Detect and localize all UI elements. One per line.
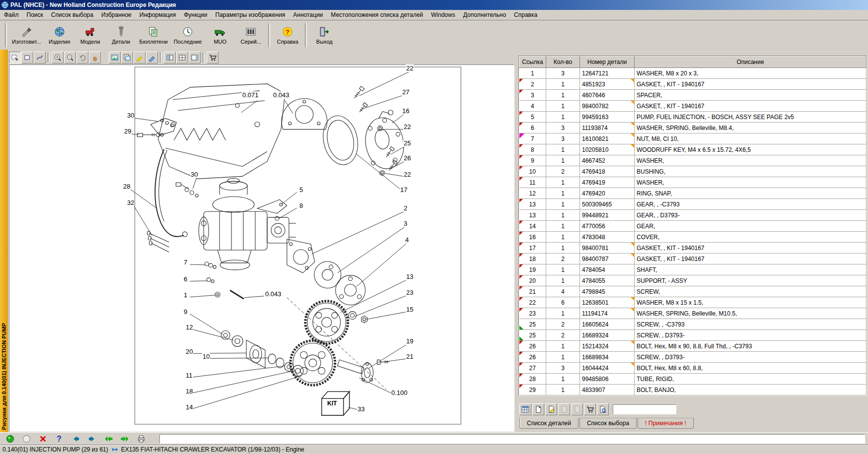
part-row[interactable]: 914667452WASHER, — [519, 155, 867, 166]
tab-pick-list[interactable]: Список выбора — [579, 418, 637, 429]
part-row[interactable]: 214851923GASKET, , KIT - 1940167 — [519, 79, 867, 90]
cart-add-button[interactable] — [584, 403, 596, 415]
part-row[interactable]: 26116689834SCREW, , D3793- — [519, 352, 867, 363]
part-row[interactable]: 4198400782GASKET, , KIT - 1940167 — [519, 101, 867, 112]
part-row[interactable]: 5199459163PUMP, FUEL INJECTION, - BOSCH,… — [519, 112, 867, 123]
cart-button[interactable] — [207, 52, 218, 64]
part-row[interactable]: 1414770056GEAR, — [519, 221, 867, 232]
part-row[interactable]: 1214769420RING, SNAP, — [519, 188, 867, 199]
diagram-callout[interactable]: 0.043 — [273, 91, 290, 99]
menu-parts-locations[interactable]: Местоположения списка деталей — [327, 10, 427, 19]
part-row[interactable]: 1114769419WASHER, — [519, 177, 867, 188]
part-row[interactable]: 25216605624SCREW, , -C3793 — [519, 319, 867, 330]
diagram-callout[interactable]: 20 — [185, 348, 193, 355]
diagram-callout[interactable]: 16 — [402, 107, 410, 115]
part-row[interactable]: 6311193874WASHER, SPRING, Belleville, M8… — [519, 123, 867, 133]
diagram-callout[interactable]: 30 — [127, 112, 135, 119]
diagram-callout[interactable]: 0.071 — [242, 91, 259, 99]
part-row[interactable]: 25216689324SCREW, , D3793- — [519, 330, 867, 341]
marker-tool-button[interactable] — [134, 52, 145, 64]
part-row[interactable]: 23111194174WASHER, SPRING, Belleville, M… — [519, 308, 867, 319]
nav-command-field[interactable] — [159, 434, 865, 444]
part-row[interactable]: 18298400787GASKET, , KIT - 1940167 — [519, 254, 867, 264]
exit-button[interactable]: Выход — [309, 21, 339, 50]
diagram-callout[interactable]: 22 — [406, 65, 414, 72]
menu-windows[interactable]: Windows — [427, 10, 459, 19]
undo-view-button[interactable] — [76, 52, 88, 64]
menu-image-options[interactable]: Параметры изображения — [212, 10, 289, 19]
diagram-callout[interactable]: 22 — [403, 123, 411, 130]
part-row[interactable]: 314607646SPACER, — [519, 90, 867, 101]
copy-image-button[interactable] — [121, 52, 133, 64]
diagram-callout[interactable]: 9 — [183, 308, 188, 316]
menu-favorites[interactable]: Избранное — [97, 10, 136, 19]
diagram-callout[interactable]: 14 — [185, 403, 193, 411]
part-row[interactable]: 13199448921GEAR, , D3793- — [519, 210, 867, 221]
diagram-callout[interactable]: 5 — [299, 186, 303, 194]
diagram-callout[interactable]: 32 — [127, 199, 135, 206]
next-page-button[interactable] — [87, 434, 97, 444]
part-row[interactable]: 28199485806TUBE, RIGID, — [519, 374, 867, 385]
menu-search[interactable]: Поиск — [23, 10, 47, 19]
diagram-callout[interactable]: 26 — [403, 154, 411, 162]
parts-button[interactable]: Детали — [106, 21, 136, 50]
manufacturers-button[interactable]: Изготовит... — [9, 21, 44, 50]
zoom-actual-button[interactable] — [21, 52, 33, 64]
cancel-button[interactable] — [38, 434, 48, 444]
part-row[interactable]: 2144798845SCREW, — [519, 286, 867, 297]
part-row[interactable]: 1914784054SHAFT, — [519, 264, 867, 275]
diagram-callout[interactable]: 23 — [406, 289, 414, 296]
models-button[interactable]: Модели — [75, 21, 105, 50]
diagram-callout[interactable]: 11 — [185, 372, 193, 379]
parts-filter-input[interactable] — [613, 404, 676, 414]
part-row[interactable]: 17198400781GASKET, , KIT - 1940167 — [519, 243, 867, 254]
help-button[interactable]: ? Справка — [273, 21, 302, 50]
part-row[interactable]: 27316044424BOLT, Hex, M8 x 60, 8.8, — [519, 363, 867, 374]
column-header-desc[interactable]: Описание — [635, 57, 867, 68]
part-row[interactable]: 1312647121WASHER, M8 x 20 x 3, — [519, 68, 867, 79]
diagram-callout[interactable]: 12 — [185, 324, 193, 331]
diagram-callout[interactable]: 2 — [403, 204, 408, 212]
menu-annotations[interactable]: Аннотации — [289, 10, 327, 19]
diagram-callout[interactable]: 28 — [123, 183, 131, 190]
split-horizontal-button[interactable] — [164, 52, 176, 64]
diagram-callout[interactable]: 29 — [124, 128, 132, 135]
diagram-callout[interactable]: 1 — [183, 291, 188, 299]
next-model-button[interactable] — [120, 434, 130, 444]
pencil-tool-button[interactable] — [146, 52, 158, 64]
diagram-callout[interactable]: 10 — [202, 353, 210, 360]
bulletins-button[interactable]: Бюллетени — [137, 21, 170, 50]
diagram-callout[interactable]: 4 — [405, 236, 409, 244]
part-row[interactable]: 8110205810WOODRUFF KEY, M4 x 6.5 x 15.72… — [519, 144, 867, 155]
zoom-out-button[interactable] — [64, 52, 76, 64]
part-row[interactable]: 7316100821NUT, M8, Cl 10, — [519, 133, 867, 144]
diagram-callout[interactable]: 30 — [190, 171, 198, 178]
doc-search-button[interactable] — [597, 403, 609, 415]
tab-notes[interactable]: ! Примечания ! — [638, 418, 694, 429]
menu-additional[interactable]: Дополнительно — [459, 10, 510, 19]
menu-file[interactable]: Файл — [0, 10, 23, 19]
menu-help[interactable]: Справка — [510, 10, 541, 19]
diagram-callout[interactable]: 0.100 — [391, 389, 408, 396]
diagram-callout[interactable]: 19 — [406, 337, 414, 345]
drawing-canvas[interactable]: 22270.0710.04316302922252622302832581723… — [9, 65, 514, 432]
doc-new-button[interactable] — [532, 403, 544, 415]
part-row[interactable]: 22612638501WASHER, M8 x 15 x 1.5, — [519, 297, 867, 308]
diagram-callout[interactable]: KIT — [327, 400, 337, 407]
menu-functions[interactable]: Функции — [180, 10, 211, 19]
prev-page-button[interactable] — [71, 434, 80, 444]
products-button[interactable]: Изделия — [45, 21, 74, 50]
context-help-button[interactable]: ? — [54, 434, 64, 444]
tab-parts-list[interactable]: Список деталей — [519, 418, 579, 429]
column-header-part[interactable]: Номер детали — [580, 57, 635, 68]
diagram-callout[interactable]: 6 — [183, 275, 188, 283]
column-header-ref[interactable]: Ссылка — [519, 57, 546, 68]
menu-information[interactable]: Информация — [136, 10, 180, 19]
diagram-callout[interactable]: 7 — [183, 259, 188, 266]
split-vertical-button[interactable] — [189, 52, 201, 64]
prev-model-button[interactable] — [103, 434, 113, 444]
pan-hand-button[interactable] — [89, 52, 101, 64]
parts-grid-button[interactable] — [519, 403, 531, 415]
part-row[interactable]: 131500309465GEAR, , -C3793 — [519, 199, 867, 210]
diagram-callout[interactable]: 27 — [402, 88, 410, 96]
